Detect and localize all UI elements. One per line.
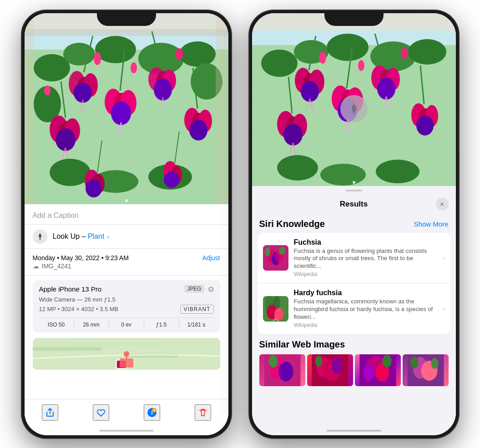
svg-point-80 — [327, 34, 369, 61]
vibrant-badge: VIBRANT — [180, 305, 213, 314]
siri-bubble[interactable] — [340, 95, 368, 122]
siri-knowledge-header: Siri Knowledge Show More — [252, 215, 456, 233]
fuchsia-content: Fuchsia Fuchsia is a genus of flowering … — [294, 238, 437, 278]
svg-point-117 — [358, 60, 364, 71]
svg-point-155 — [431, 358, 438, 369]
map-area[interactable] — [33, 338, 220, 370]
lookup-label: Look Up – Plant › — [53, 232, 110, 241]
exif-iso: ISO 50 — [39, 322, 74, 328]
similar-image-4[interactable] — [403, 354, 449, 386]
svg-point-8 — [179, 41, 216, 67]
hardy-thumbnail — [263, 296, 288, 322]
svg-point-78 — [261, 50, 298, 77]
results-header: Results × — [252, 191, 456, 215]
svg-point-94 — [377, 78, 395, 100]
caption-area[interactable]: Add a Caption — [25, 204, 228, 225]
similar-image-1[interactable] — [259, 354, 305, 386]
svg-point-29 — [56, 128, 76, 151]
location-icon: ⊙ — [208, 285, 214, 293]
delete-button[interactable] — [195, 404, 211, 421]
svg-point-43 — [189, 120, 207, 141]
knowledge-item-fuchsia[interactable]: Fuchsia Fuchsia is a genus of flowering … — [258, 233, 450, 284]
lookup-chevron: › — [107, 233, 109, 240]
svg-point-144 — [331, 357, 342, 374]
svg-point-121 — [376, 160, 419, 183]
svg-point-122 — [353, 181, 355, 184]
left-phone: Add a Caption Look Up – Plant › — [22, 10, 231, 438]
svg-point-44 — [94, 52, 101, 65]
exif-shutter: 1/181 s — [179, 322, 214, 328]
knowledge-item-hardy[interactable]: Hardy fuchsia Fuchsia magellanica, commo… — [258, 283, 450, 334]
device-name: Apple iPhone 13 Pro — [39, 285, 102, 293]
hardy-source: Wikipedia — [294, 322, 437, 328]
svg-point-115 — [416, 116, 434, 136]
svg-point-119 — [277, 155, 318, 181]
svg-point-129 — [279, 247, 285, 255]
similar-section: Similar Web Images — [252, 334, 456, 390]
svg-point-150 — [382, 355, 391, 367]
fuchsia-desc: Fuchsia is a genus of flowering plants t… — [294, 247, 437, 271]
svg-rect-2 — [25, 13, 228, 31]
svg-rect-69 — [117, 361, 126, 368]
mp-info: 12 MP • 3024 × 4032 • 3.5 MB — [39, 306, 119, 312]
fuchsia-chevron: › — [443, 254, 445, 262]
siri-indicator-dot — [352, 126, 356, 130]
close-button[interactable]: × — [436, 198, 449, 211]
svg-point-140 — [268, 355, 278, 367]
right-phone: Results × Siri Knowledge Show More — [249, 10, 459, 438]
show-more-button[interactable]: Show More — [414, 220, 449, 228]
share-button[interactable] — [42, 404, 58, 421]
home-indicator-right — [327, 430, 381, 432]
svg-point-58 — [164, 171, 179, 188]
svg-rect-77 — [252, 13, 456, 30]
svg-point-82 — [408, 39, 446, 65]
svg-point-134 — [274, 308, 283, 321]
cloud-icon: ☁ — [33, 262, 39, 270]
svg-rect-59 — [25, 13, 34, 204]
knowledge-card: Fuchsia Fuchsia is a genus of flowering … — [258, 233, 450, 334]
svg-point-45 — [131, 62, 137, 73]
svg-point-120 — [320, 164, 366, 186]
svg-point-36 — [111, 101, 131, 125]
results-panel: Results × Siri Knowledge Show More — [252, 186, 456, 435]
info-button[interactable]: i ✦ — [144, 404, 160, 421]
camera-spec: Wide Camera — 26 mm ƒ1.5 — [39, 296, 214, 303]
photo-date: Monday • May 30, 2022 • 9:23 AM — [33, 254, 129, 262]
svg-rect-3 — [25, 29, 228, 36]
lookup-section[interactable]: Look Up – Plant › — [25, 225, 228, 249]
svg-point-67 — [124, 351, 129, 357]
svg-point-54 — [86, 179, 102, 197]
lookup-subject: Plant — [88, 232, 104, 240]
svg-point-47 — [44, 86, 51, 96]
favorite-button[interactable] — [93, 404, 109, 421]
similar-images-row — [259, 354, 449, 386]
svg-point-154 — [410, 357, 418, 368]
similar-image-3[interactable] — [355, 354, 401, 386]
hardy-name: Hardy fuchsia — [294, 289, 437, 297]
left-screen: Add a Caption Look Up – Plant › — [25, 13, 228, 435]
svg-point-118 — [401, 48, 408, 59]
similar-title: Similar Web Images — [259, 339, 449, 350]
device-section: Apple iPhone 13 Pro JPEG ⊙ Wide Camera —… — [33, 280, 220, 332]
photo-image[interactable] — [25, 13, 228, 204]
exif-ev: 0 ev — [109, 322, 144, 328]
lookup-icon — [33, 229, 47, 244]
svg-rect-66 — [69, 342, 160, 345]
svg-point-145 — [315, 356, 322, 367]
fuchsia-source: Wikipedia — [294, 271, 437, 277]
hardy-chevron: › — [443, 305, 445, 312]
photo-image-right[interactable] — [252, 13, 456, 186]
exif-row: ISO 50 26 mm 0 ev ƒ1.5 1/181 s — [39, 317, 214, 328]
right-screen: Results × Siri Knowledge Show More — [252, 13, 456, 435]
svg-point-116 — [319, 52, 326, 64]
svg-point-6 — [95, 36, 136, 63]
caption-placeholder: Add a Caption — [33, 211, 79, 219]
similar-image-2[interactable] — [307, 354, 353, 386]
hardy-content: Hardy fuchsia Fuchsia magellanica, commo… — [294, 289, 437, 328]
exif-aperture: ƒ1.5 — [144, 322, 179, 328]
home-indicator — [99, 430, 154, 432]
svg-point-139 — [278, 362, 293, 382]
adjust-button[interactable]: Adjust — [202, 254, 220, 262]
exif-focal: 26 mm — [74, 322, 109, 328]
svg-point-46 — [176, 48, 183, 60]
